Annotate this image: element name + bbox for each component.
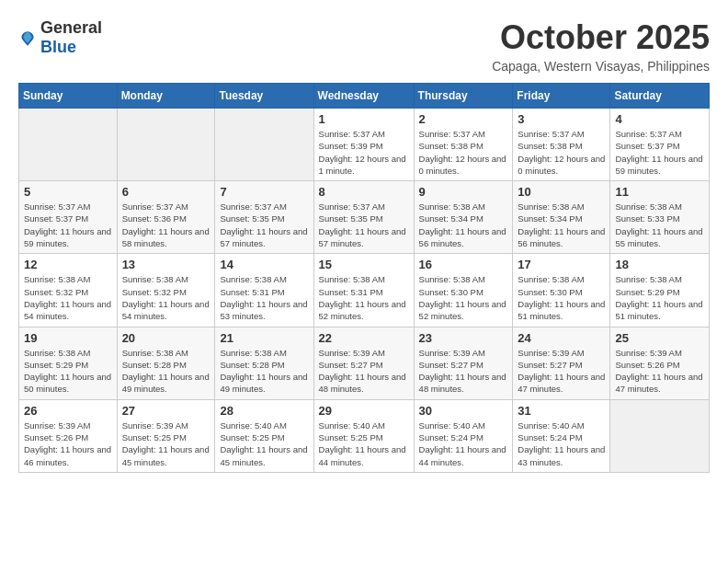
weekday-header-tuesday: Tuesday: [215, 84, 313, 109]
day-number: 27: [122, 404, 210, 418]
day-info: Sunrise: 5:37 AMSunset: 5:36 PMDaylight:…: [122, 201, 210, 249]
weekday-header-saturday: Saturday: [610, 84, 710, 109]
location-title: Capaga, Western Visayas, Philippines: [492, 59, 710, 74]
day-number: 29: [319, 404, 409, 418]
day-cell: 18Sunrise: 5:38 AMSunset: 5:29 PMDayligh…: [610, 254, 710, 327]
day-number: 6: [122, 185, 210, 199]
day-info: Sunrise: 5:40 AMSunset: 5:25 PMDaylight:…: [220, 419, 308, 468]
day-number: 20: [122, 331, 210, 345]
day-cell: 28Sunrise: 5:40 AMSunset: 5:25 PMDayligh…: [215, 399, 313, 472]
logo-general: General: [40, 18, 102, 37]
day-info: Sunrise: 5:37 AMSunset: 5:35 PMDaylight:…: [319, 201, 409, 249]
day-info: Sunrise: 5:38 AMSunset: 5:29 PMDaylight:…: [615, 273, 704, 322]
day-cell: 16Sunrise: 5:38 AMSunset: 5:30 PMDayligh…: [414, 254, 513, 327]
title-area: October 2025 Capaga, Western Visayas, Ph…: [492, 18, 710, 74]
day-cell: 8Sunrise: 5:37 AMSunset: 5:35 PMDaylight…: [313, 181, 414, 254]
day-cell: 26Sunrise: 5:39 AMSunset: 5:26 PMDayligh…: [19, 399, 118, 472]
weekday-header-friday: Friday: [513, 84, 610, 109]
day-cell: 19Sunrise: 5:38 AMSunset: 5:29 PMDayligh…: [19, 327, 118, 399]
day-info: Sunrise: 5:38 AMSunset: 5:31 PMDaylight:…: [319, 273, 409, 322]
day-cell: 25Sunrise: 5:39 AMSunset: 5:26 PMDayligh…: [610, 327, 710, 399]
day-info: Sunrise: 5:40 AMSunset: 5:25 PMDaylight:…: [319, 419, 409, 468]
day-number: 2: [419, 112, 508, 126]
day-cell: 29Sunrise: 5:40 AMSunset: 5:25 PMDayligh…: [313, 399, 414, 472]
day-info: Sunrise: 5:38 AMSunset: 5:28 PMDaylight:…: [220, 347, 308, 396]
day-number: 1: [319, 112, 409, 126]
day-cell: 21Sunrise: 5:38 AMSunset: 5:28 PMDayligh…: [215, 327, 313, 399]
day-number: 30: [419, 404, 508, 418]
day-number: 28: [220, 404, 308, 418]
week-row-1: 1Sunrise: 5:37 AMSunset: 5:39 PMDaylight…: [19, 109, 710, 181]
day-number: 23: [419, 331, 508, 345]
day-number: 4: [615, 112, 704, 126]
day-number: 16: [419, 258, 508, 271]
day-cell: 7Sunrise: 5:37 AMSunset: 5:35 PMDaylight…: [215, 181, 313, 254]
day-info: Sunrise: 5:37 AMSunset: 5:37 PMDaylight:…: [24, 201, 112, 249]
day-info: Sunrise: 5:40 AMSunset: 5:24 PMDaylight:…: [419, 419, 508, 468]
weekday-header-sunday: Sunday: [19, 84, 118, 109]
day-cell: 12Sunrise: 5:38 AMSunset: 5:32 PMDayligh…: [19, 254, 118, 327]
day-info: Sunrise: 5:38 AMSunset: 5:30 PMDaylight:…: [518, 273, 605, 322]
day-number: 12: [24, 258, 112, 271]
week-row-4: 19Sunrise: 5:38 AMSunset: 5:29 PMDayligh…: [19, 327, 710, 399]
day-number: 25: [615, 331, 704, 345]
day-number: 10: [518, 185, 605, 199]
logo: General Blue: [18, 18, 102, 57]
day-number: 21: [220, 331, 308, 345]
day-cell: 17Sunrise: 5:38 AMSunset: 5:30 PMDayligh…: [513, 254, 610, 327]
day-info: Sunrise: 5:39 AMSunset: 5:27 PMDaylight:…: [518, 347, 605, 396]
day-number: 9: [419, 185, 508, 199]
logo-text: General Blue: [40, 18, 102, 57]
day-number: 17: [518, 258, 605, 271]
day-info: Sunrise: 5:39 AMSunset: 5:27 PMDaylight:…: [319, 347, 409, 396]
day-info: Sunrise: 5:38 AMSunset: 5:32 PMDaylight:…: [24, 273, 112, 322]
day-number: 3: [518, 112, 605, 126]
day-cell: 23Sunrise: 5:39 AMSunset: 5:27 PMDayligh…: [414, 327, 513, 399]
calendar-table: SundayMondayTuesdayWednesdayThursdayFrid…: [18, 83, 710, 473]
day-info: Sunrise: 5:38 AMSunset: 5:29 PMDaylight:…: [24, 347, 112, 396]
day-number: 7: [220, 185, 308, 199]
day-number: 8: [319, 185, 409, 199]
day-number: 11: [615, 185, 704, 199]
day-info: Sunrise: 5:38 AMSunset: 5:34 PMDaylight:…: [419, 201, 508, 249]
day-cell: 14Sunrise: 5:38 AMSunset: 5:31 PMDayligh…: [215, 254, 313, 327]
day-cell: 3Sunrise: 5:37 AMSunset: 5:38 PMDaylight…: [513, 109, 610, 181]
day-info: Sunrise: 5:39 AMSunset: 5:26 PMDaylight:…: [24, 419, 112, 468]
day-number: 26: [24, 404, 112, 418]
day-number: 15: [319, 258, 409, 271]
day-info: Sunrise: 5:38 AMSunset: 5:28 PMDaylight:…: [122, 347, 210, 396]
day-cell: [215, 109, 313, 181]
logo-blue: Blue: [40, 38, 76, 56]
weekday-header-monday: Monday: [117, 84, 215, 109]
day-cell: 24Sunrise: 5:39 AMSunset: 5:27 PMDayligh…: [513, 327, 610, 399]
week-row-3: 12Sunrise: 5:38 AMSunset: 5:32 PMDayligh…: [19, 254, 710, 327]
day-cell: 30Sunrise: 5:40 AMSunset: 5:24 PMDayligh…: [414, 399, 513, 472]
day-info: Sunrise: 5:39 AMSunset: 5:27 PMDaylight:…: [419, 347, 508, 396]
weekday-header-thursday: Thursday: [414, 84, 513, 109]
day-info: Sunrise: 5:39 AMSunset: 5:25 PMDaylight:…: [122, 419, 210, 468]
day-number: 31: [518, 404, 605, 418]
day-cell: [610, 399, 710, 472]
day-info: Sunrise: 5:38 AMSunset: 5:31 PMDaylight:…: [220, 273, 308, 322]
month-title: October 2025: [492, 18, 710, 57]
day-cell: 6Sunrise: 5:37 AMSunset: 5:36 PMDaylight…: [117, 181, 215, 254]
day-cell: [19, 109, 118, 181]
day-cell: 11Sunrise: 5:38 AMSunset: 5:33 PMDayligh…: [610, 181, 710, 254]
day-cell: 31Sunrise: 5:40 AMSunset: 5:24 PMDayligh…: [513, 399, 610, 472]
day-info: Sunrise: 5:38 AMSunset: 5:34 PMDaylight:…: [518, 201, 605, 249]
day-number: 5: [24, 185, 112, 199]
day-number: 13: [122, 258, 210, 271]
day-info: Sunrise: 5:38 AMSunset: 5:33 PMDaylight:…: [615, 201, 704, 249]
day-number: 19: [24, 331, 112, 345]
day-cell: 9Sunrise: 5:38 AMSunset: 5:34 PMDaylight…: [414, 181, 513, 254]
day-cell: 13Sunrise: 5:38 AMSunset: 5:32 PMDayligh…: [117, 254, 215, 327]
day-cell: 20Sunrise: 5:38 AMSunset: 5:28 PMDayligh…: [117, 327, 215, 399]
day-number: 22: [319, 331, 409, 345]
day-info: Sunrise: 5:37 AMSunset: 5:35 PMDaylight:…: [220, 201, 308, 249]
week-row-2: 5Sunrise: 5:37 AMSunset: 5:37 PMDaylight…: [19, 181, 710, 254]
day-cell: 10Sunrise: 5:38 AMSunset: 5:34 PMDayligh…: [513, 181, 610, 254]
day-info: Sunrise: 5:37 AMSunset: 5:38 PMDaylight:…: [419, 128, 508, 177]
day-info: Sunrise: 5:38 AMSunset: 5:30 PMDaylight:…: [419, 273, 508, 322]
day-cell: 2Sunrise: 5:37 AMSunset: 5:38 PMDaylight…: [414, 109, 513, 181]
day-info: Sunrise: 5:37 AMSunset: 5:39 PMDaylight:…: [319, 128, 409, 177]
